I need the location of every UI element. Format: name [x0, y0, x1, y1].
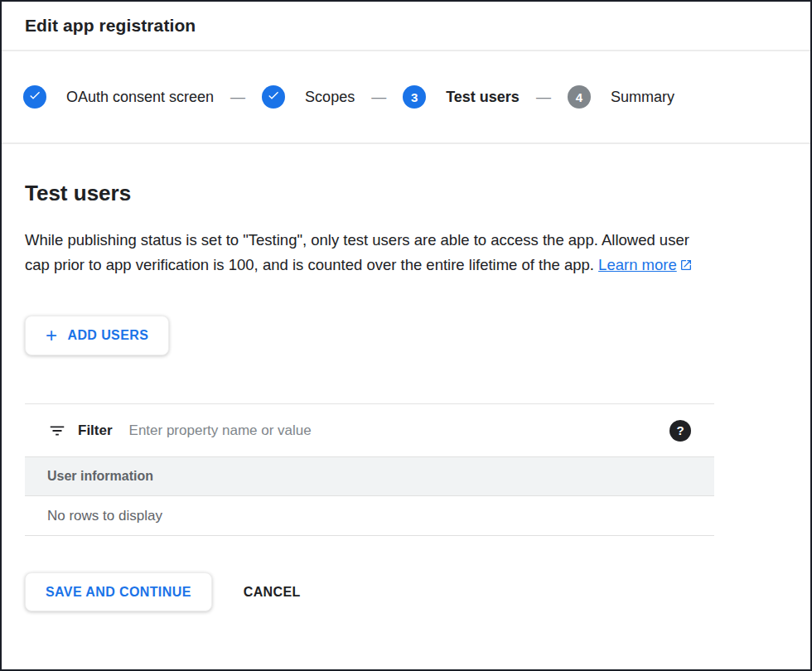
filter-label: Filter [78, 422, 113, 439]
step-oauth-consent-screen[interactable]: OAuth consent screen [23, 85, 214, 109]
step-label: Scopes [305, 89, 355, 106]
learn-more-link[interactable]: Learn more [598, 256, 677, 273]
filter-input[interactable] [129, 422, 669, 439]
step-complete-badge [23, 85, 46, 109]
dialog-header: Edit app registration [2, 2, 810, 51]
add-users-label: ADD USERS [67, 328, 148, 343]
registration-stepper: OAuth consent screen — Scopes — 3 Test u… [2, 51, 810, 144]
step-number: 3 [411, 90, 418, 104]
step-label: Summary [611, 89, 674, 106]
dialog-title: Edit app registration [25, 16, 196, 36]
cancel-button[interactable]: CANCEL [244, 585, 301, 600]
check-icon [267, 89, 280, 105]
description-body: While publishing status is set to "Testi… [25, 231, 689, 273]
step-complete-badge [262, 85, 285, 109]
dialog-footer: SAVE AND CONTINUE CANCEL [2, 572, 810, 611]
step-separator: — [230, 89, 245, 106]
filter-bar: Filter ? [25, 403, 714, 456]
step-separator: — [371, 89, 386, 106]
save-and-continue-button[interactable]: SAVE AND CONTINUE [25, 572, 212, 611]
table-header-row: User information [25, 456, 714, 496]
external-link-icon [679, 258, 693, 275]
step-number-badge: 4 [568, 85, 591, 109]
step-number: 4 [576, 90, 582, 104]
description-text: While publishing status is set to "Testi… [25, 228, 711, 279]
step-separator: — [536, 89, 551, 106]
table-empty-row: No rows to display [25, 496, 714, 536]
step-number-badge: 3 [403, 85, 426, 109]
empty-state-message: No rows to display [47, 508, 162, 524]
content-area: Test users While publishing status is se… [2, 144, 810, 536]
edit-app-registration-dialog: Edit app registration OAuth consent scre… [2, 2, 810, 611]
step-summary[interactable]: 4 Summary [568, 85, 674, 109]
help-icon[interactable]: ? [669, 420, 691, 442]
column-header-user-information: User information [47, 469, 153, 484]
test-users-table: Filter ? User information No rows to dis… [25, 403, 714, 536]
add-users-button[interactable]: + ADD USERS [25, 316, 169, 355]
step-scopes[interactable]: Scopes [262, 85, 355, 109]
check-icon [28, 89, 41, 105]
plus-icon: + [46, 326, 57, 345]
step-test-users[interactable]: 3 Test users [403, 85, 520, 109]
step-label: OAuth consent screen [66, 89, 214, 106]
step-label: Test users [446, 89, 520, 106]
filter-list-icon [48, 422, 66, 440]
page-title: Test users [25, 181, 787, 206]
